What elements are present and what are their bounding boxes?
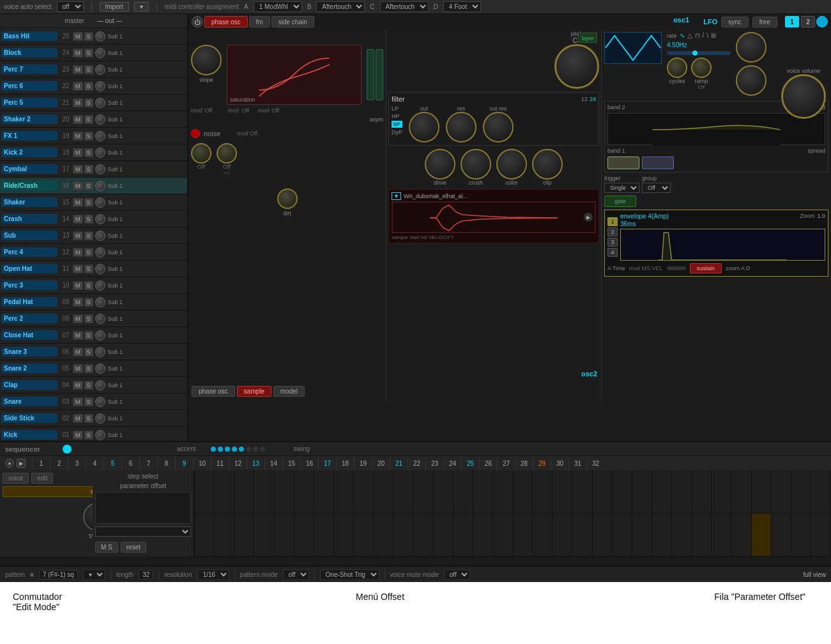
instrument-row-perc-6[interactable]: Perc 622MSSub 1 (0, 78, 187, 95)
ms-btn[interactable]: M S (95, 542, 118, 553)
wave-sine[interactable]: ∿ (680, 32, 685, 39)
mute-btn[interactable]: M (73, 181, 83, 190)
solo-btn[interactable]: S (84, 98, 93, 107)
lfo-btn-1[interactable]: 1 (785, 16, 799, 27)
instrument-row-perc-2[interactable]: Perc 208MSSub 1 (0, 310, 187, 327)
voice-mute-select[interactable]: off (444, 569, 470, 580)
voice-auto-select-dropdown[interactable]: off on (57, 1, 84, 12)
solo-btn[interactable]: S (84, 364, 93, 373)
step-cell-row2-31[interactable] (791, 514, 811, 556)
solo-btn[interactable]: S (84, 181, 93, 190)
noise-power-dot[interactable] (191, 129, 200, 138)
solo-btn[interactable]: S (84, 314, 93, 323)
step-num-9[interactable]: 9 (175, 456, 193, 470)
cycles-knob[interactable] (667, 57, 687, 78)
cut-knob[interactable] (409, 112, 439, 142)
instrument-row-perc-7[interactable]: Perc 723MSSub 1 (0, 61, 187, 78)
mute-btn[interactable]: M (73, 49, 83, 57)
instrument-row-perc-3[interactable]: Perc 310MSSub 1 (0, 277, 187, 294)
instrument-row-perc-5[interactable]: Perc 521MSSub 1 (0, 95, 187, 111)
color-knob[interactable] (496, 149, 527, 180)
step-cell-row2-17[interactable] (513, 514, 533, 556)
env-slider[interactable] (667, 266, 686, 270)
lfo-power-btn[interactable] (816, 16, 828, 27)
step-num-15[interactable]: 15 (282, 456, 300, 470)
step-cell-row1-28[interactable] (731, 470, 751, 513)
power-button[interactable]: ⏻ (192, 16, 203, 27)
solo-btn[interactable]: S (84, 215, 93, 224)
step-cell-row2-9[interactable] (354, 514, 374, 556)
midi-a-select[interactable]: 1 ModWhl (254, 1, 302, 12)
bottom-tab-phase-osc[interactable]: phase osc (192, 386, 235, 397)
instrument-row-snare-3[interactable]: Snare 306MSSub 1 (0, 344, 187, 360)
mute-btn[interactable]: M (73, 414, 83, 423)
solo-btn[interactable]: S (84, 49, 93, 57)
env-btn-2[interactable]: 2 (607, 227, 618, 236)
ramp-knob[interactable] (691, 57, 712, 78)
step-cell-row1-30[interactable] (772, 470, 791, 513)
step-num-8[interactable]: 8 (157, 456, 175, 470)
step-num-3[interactable]: 3 (68, 456, 86, 470)
step-cell-row1-21[interactable] (593, 470, 613, 513)
band1-btn-2[interactable] (642, 157, 674, 169)
step-cell-row1-16[interactable] (493, 470, 513, 513)
step-cell-row2-20[interactable] (572, 514, 592, 556)
step-cell-row1-1[interactable] (195, 470, 215, 513)
instrument-row-side-stick[interactable]: Side Stick02MSSub 1 (0, 410, 187, 427)
step-cell-row2-5[interactable] (275, 514, 294, 556)
step-cell-row2-21[interactable] (593, 514, 613, 556)
step-num-27[interactable]: 27 (497, 456, 515, 470)
step-cell-row2-29[interactable] (752, 514, 772, 556)
step-cell-row1-3[interactable] (234, 470, 254, 513)
step-cell-row2-8[interactable] (334, 514, 354, 556)
step-cell-row2-15[interactable] (473, 514, 493, 556)
mute-btn[interactable]: M (73, 348, 83, 356)
step-cell-row1-15[interactable] (473, 470, 493, 513)
solo-btn[interactable]: S (84, 331, 93, 340)
instrument-row-clap[interactable]: Clap04MSSub 1 (0, 377, 187, 394)
step-cell-row1-26[interactable] (692, 470, 712, 513)
step-num-20[interactable]: 20 (372, 456, 390, 470)
step-cell-row2-6[interactable] (294, 514, 314, 556)
resolution-select[interactable]: 1/16 (197, 569, 229, 580)
drive-knob[interactable] (425, 149, 455, 180)
mute-btn[interactable]: M (73, 331, 83, 340)
instrument-row-snare[interactable]: Snare03MSSub 1 (0, 394, 187, 410)
step-num-32[interactable]: 32 (586, 456, 604, 470)
step-cell-row2-24[interactable] (652, 514, 672, 556)
mute-btn[interactable]: M (73, 65, 83, 74)
instrument-row-snare-2[interactable]: Snare 205MSSub 1 (0, 360, 187, 377)
mute-btn[interactable]: M (73, 215, 83, 224)
noise-knob-2[interactable] (217, 143, 237, 164)
instrument-row-shaker[interactable]: Shaker15MSSub 1 (0, 194, 187, 211)
step-num-19[interactable]: 19 (354, 456, 372, 470)
pattern-mode-select[interactable]: off (283, 569, 309, 580)
bottom-tab-sample[interactable]: sample (237, 386, 271, 397)
instrument-row-crash[interactable]: Crash14MSSub 1 (0, 211, 187, 227)
mute-btn[interactable]: M (73, 264, 83, 273)
step-cell-row2-23[interactable] (632, 514, 652, 556)
instrument-row-close-hat[interactable]: Close Hat07MSSub 1 (0, 327, 187, 344)
extra-knob-2[interactable] (736, 65, 766, 96)
step-cell-row1-25[interactable] (672, 470, 692, 513)
edit-mode-btn[interactable]: edit (31, 473, 53, 484)
pitch-knob-osc1[interactable] (554, 44, 599, 89)
solo-btn[interactable]: S (84, 148, 93, 157)
one-shot-select[interactable]: One-Shot Trig (320, 569, 379, 580)
bottom-tab-model[interactable]: model (273, 386, 305, 397)
step-cell-row2-16[interactable] (493, 514, 513, 556)
mute-btn[interactable]: M (73, 298, 83, 307)
step-cell-row1-8[interactable] (334, 470, 354, 513)
step-cell-row1-4[interactable] (254, 470, 274, 513)
step-cell-row1-9[interactable] (354, 470, 374, 513)
slope-knob[interactable] (191, 45, 222, 75)
step-num-29[interactable]: 29 (533, 456, 551, 470)
midi-d-select[interactable]: 4 Foot (443, 1, 481, 12)
step-num-21[interactable]: 21 (390, 456, 408, 470)
step-num-11[interactable]: 11 (211, 456, 229, 470)
band1-btn-1[interactable] (607, 157, 639, 169)
solo-btn[interactable]: S (84, 198, 93, 207)
solo-btn[interactable]: S (84, 381, 93, 390)
solo-btn[interactable]: S (84, 231, 93, 240)
mute-btn[interactable]: M (73, 115, 83, 124)
